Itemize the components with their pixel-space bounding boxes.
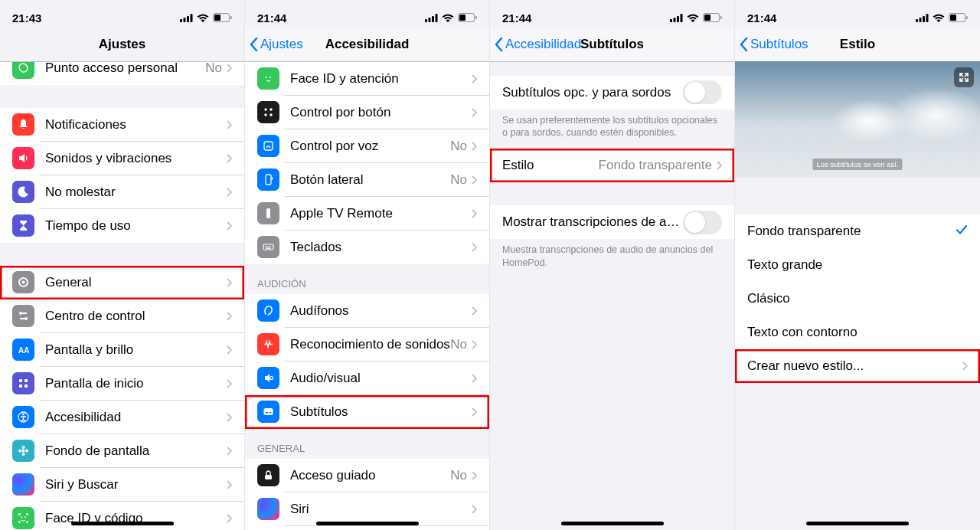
nav-bar: Subtítulos Estilo: [735, 28, 980, 61]
svg-rect-72: [704, 15, 710, 21]
textsize-icon: AA: [12, 339, 34, 361]
row-reconocimiento-sonidos[interactable]: Reconocimiento de sonidos No: [245, 328, 489, 362]
row-pantalla-inicio[interactable]: Pantalla de inicio: [0, 367, 244, 401]
svg-rect-53: [272, 177, 273, 180]
home-indicator[interactable]: [561, 522, 664, 525]
siri-icon: [257, 498, 279, 520]
svg-point-11: [24, 317, 28, 320]
home-indicator[interactable]: [71, 522, 174, 525]
svg-point-19: [22, 414, 24, 416]
row-faceid-codigo[interactable]: Face ID y código: [0, 502, 244, 531]
back-label: Ajustes: [260, 37, 303, 52]
row-audio-visual[interactable]: Audio/visual: [245, 362, 489, 395]
row-texto-contorno[interactable]: Texto con contorno: [735, 316, 980, 349]
row-fondo-pantalla[interactable]: Fondo de pantalla: [0, 434, 244, 468]
row-clasico[interactable]: Clásico: [735, 282, 980, 316]
row-centro-control[interactable]: Centro de control: [0, 299, 244, 333]
nav-title: Estilo: [840, 37, 875, 52]
siri-icon: [12, 473, 34, 496]
row-crear-nuevo-estilo[interactable]: Crear nuevo estilo...: [735, 349, 980, 383]
back-button[interactable]: Accesibilidad: [495, 37, 581, 52]
signal-icon: [180, 11, 193, 25]
speaker-icon: [12, 147, 34, 169]
svg-point-47: [264, 108, 266, 110]
row-transcripciones[interactable]: Mostrar transcripciones de audio: [490, 205, 734, 239]
row-acceso-guiado[interactable]: Acceso guiado No: [245, 459, 489, 492]
footer-subtitulos-opc: Se usan preferentemente los subtítulos o…: [490, 110, 734, 140]
svg-rect-17: [24, 384, 28, 388]
svg-point-25: [21, 516, 22, 518]
grid-icon: [257, 101, 279, 123]
row-siri-buscar[interactable]: Siri y Buscar: [0, 468, 244, 502]
svg-rect-63: [270, 412, 272, 414]
row-subtitulos-opc[interactable]: Subtítulos opc. y para sordos: [490, 76, 734, 110]
row-tiempo-uso[interactable]: Tiempo de uso: [0, 209, 244, 243]
nav-bar: Ajustes Accesibilidad: [245, 28, 489, 61]
nav-title: Accesibilidad: [325, 37, 410, 52]
row-boton-lateral[interactable]: Botón lateral No: [245, 163, 489, 197]
chevron-right-icon: [227, 188, 232, 197]
caption-preview: Los subtítulos se ven así.: [812, 159, 902, 170]
homegrid-icon: [12, 372, 34, 394]
home-indicator[interactable]: [806, 522, 909, 525]
panel-ajustes: 21:43 Ajustes Punto acceso personal No N…: [0, 0, 245, 530]
chevron-right-icon: [227, 221, 232, 231]
svg-rect-3: [191, 14, 193, 22]
kbd-icon: [257, 236, 279, 258]
row-sonidos[interactable]: Sonidos y vibraciones: [0, 142, 244, 175]
back-button[interactable]: Subtítulos: [740, 37, 808, 52]
row-notificaciones[interactable]: Notificaciones: [0, 108, 244, 142]
row-funcion-rapida[interactable]: Función rápida Lupa: [245, 526, 489, 531]
lock-icon: [257, 464, 279, 486]
chevron-right-icon: [227, 447, 232, 456]
expand-icon[interactable]: [954, 67, 974, 87]
svg-rect-80: [966, 16, 968, 19]
row-subtitulos[interactable]: Subtítulos: [245, 395, 489, 429]
chevron-right-icon: [227, 278, 232, 287]
row-pantalla-brillo[interactable]: AA Pantalla y brillo: [0, 333, 244, 367]
svg-point-23: [18, 450, 21, 453]
signal-icon: [425, 11, 438, 25]
back-button[interactable]: Ajustes: [250, 37, 303, 52]
svg-rect-15: [24, 379, 28, 382]
row-estilo[interactable]: Estilo Fondo transparente: [490, 149, 734, 182]
toggle-subtitulos-opc[interactable]: [683, 80, 722, 104]
status-bar: 21:43: [0, 0, 244, 28]
toggle-transcripciones[interactable]: [683, 211, 722, 234]
status-bar: 21:44: [245, 0, 489, 28]
row-punto-acceso[interactable]: Punto acceso personal No: [0, 62, 244, 85]
row-siri[interactable]: Siri: [245, 492, 489, 526]
row-fondo-transparente[interactable]: Fondo transparente: [735, 214, 980, 248]
svg-text:AA: AA: [18, 346, 29, 355]
row-faceid-atencion[interactable]: Face ID y atención: [245, 62, 489, 96]
gear-icon: [12, 271, 34, 293]
chevron-right-icon: [227, 154, 232, 163]
row-control-boton[interactable]: Control por botón: [245, 96, 489, 129]
svg-point-49: [264, 113, 266, 116]
svg-rect-59: [266, 248, 271, 249]
chevron-right-icon: [472, 340, 477, 349]
row-no-molestar[interactable]: No molestar: [0, 175, 244, 209]
person-icon: [12, 406, 34, 428]
row-teclados[interactable]: Teclados: [245, 231, 489, 264]
row-apple-tv-remote[interactable]: Apple TV Remote: [245, 197, 489, 231]
wifi-icon: [442, 11, 454, 25]
cc-icon: [257, 401, 279, 423]
row-accesibilidad[interactable]: Accesibilidad: [0, 401, 244, 434]
row-texto-grande[interactable]: Texto grande: [735, 248, 980, 282]
flower-icon: [12, 440, 34, 462]
nav-title: Subtítulos: [580, 37, 644, 52]
svg-rect-67: [670, 19, 672, 22]
home-indicator[interactable]: [316, 522, 419, 525]
battery-icon: [213, 11, 232, 25]
svg-point-45: [266, 77, 267, 78]
row-general[interactable]: General: [0, 266, 244, 299]
svg-point-9: [19, 312, 22, 315]
svg-rect-73: [720, 16, 722, 19]
battery-icon: [458, 11, 477, 25]
row-audifonos[interactable]: Audífonos: [245, 294, 489, 328]
svg-point-24: [25, 450, 28, 453]
svg-rect-2: [187, 16, 189, 22]
row-control-voz[interactable]: Control por voz No: [245, 129, 489, 163]
svg-point-21: [22, 446, 25, 449]
